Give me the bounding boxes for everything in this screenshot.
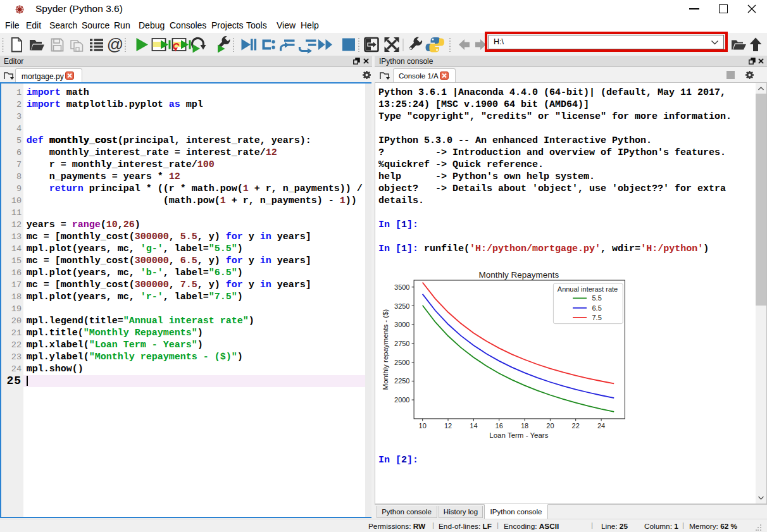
svg-text:14: 14	[470, 422, 477, 430]
svg-text:12: 12	[444, 422, 452, 430]
svg-text:22: 22	[572, 422, 580, 430]
svg-text:2000: 2000	[394, 396, 409, 404]
svg-text:10: 10	[419, 422, 427, 430]
svg-text:Monthly repayments - ($): Monthly repayments - ($)	[382, 309, 389, 390]
svg-text:7.5: 7.5	[592, 314, 602, 321]
svg-text:3500: 3500	[394, 283, 409, 291]
svg-text:16: 16	[496, 422, 503, 430]
svg-text:Annual interast rate: Annual interast rate	[558, 285, 618, 293]
svg-text:@: @	[107, 35, 123, 54]
svg-text:2250: 2250	[394, 377, 409, 385]
svg-text:18: 18	[521, 422, 528, 430]
svg-text:3000: 3000	[394, 321, 409, 328]
svg-text:3250: 3250	[394, 302, 409, 310]
svg-text:6.5: 6.5	[592, 304, 602, 312]
svg-text:2750: 2750	[394, 340, 409, 347]
svg-text:Loan Term - Years: Loan Term - Years	[489, 431, 548, 439]
svg-text:2500: 2500	[394, 359, 409, 366]
svg-text:20: 20	[546, 422, 554, 430]
svg-text:24: 24	[597, 422, 605, 430]
svg-text:5.5: 5.5	[592, 294, 602, 302]
svg-text:Monthly Repayments: Monthly Repayments	[478, 270, 559, 280]
